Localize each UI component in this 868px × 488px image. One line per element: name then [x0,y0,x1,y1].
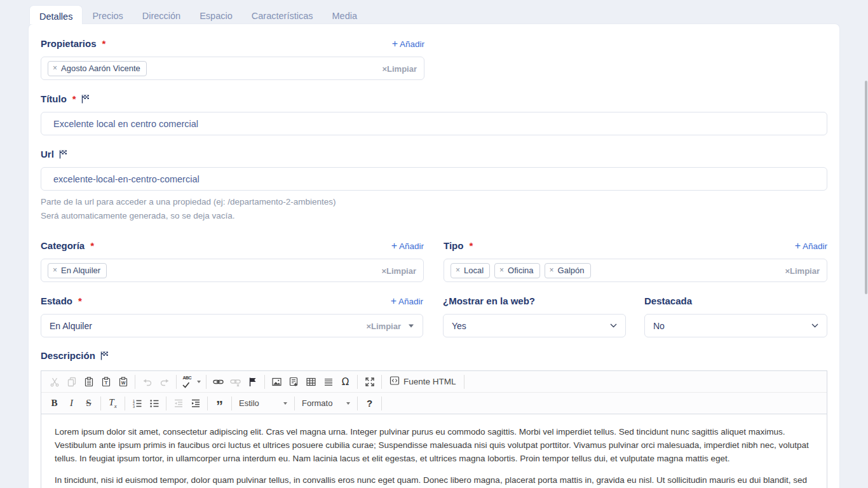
required-asterisk: * [72,93,76,104]
required-asterisk: * [90,240,94,251]
url-label: Url [41,149,67,159]
format-dropdown-label: Formato [302,398,332,408]
propietarios-tag[interactable]: × Agosto Aarón Vicente [48,61,147,76]
style-dropdown[interactable]: Estilo [235,395,291,412]
tipo-tag[interactable]: × Local [451,263,490,278]
form-card: Propietarios* +Añadir × Agosto Aarón Vic… [28,24,840,488]
propietarios-clear-button[interactable]: ×Limpiar [382,64,417,73]
descripcion-label: Descripción [41,350,109,361]
tag-remove-icon[interactable]: × [499,266,504,274]
categoria-tag[interactable]: × En Alquiler [48,263,107,278]
insert-image-button[interactable] [268,374,285,390]
caret-down-icon [409,324,414,327]
tag-label: En Alquiler [61,266,100,275]
tag-remove-icon[interactable]: × [53,266,57,274]
link-button[interactable] [210,374,227,390]
propietarios-select[interactable]: × Agosto Aarón Vicente ×Limpiar [41,57,424,80]
horizontal-line-button[interactable] [320,374,337,390]
estado-add-button[interactable]: +Añadir [391,296,423,306]
translation-flag-icon [100,351,109,360]
tag-remove-icon[interactable]: × [550,266,554,274]
source-button[interactable]: Fuente HTML [385,374,461,390]
indent-button[interactable] [187,395,204,412]
toolbar-separator [166,396,166,410]
close-icon: × [366,321,371,330]
add-label: Añadir [400,39,424,49]
outdent-button[interactable] [170,395,187,412]
redo-button[interactable] [156,374,173,390]
paste-word-icon: W [118,377,128,387]
undo-button[interactable] [139,374,156,390]
tab-caracteristicas[interactable]: Características [242,5,323,24]
svg-text:T: T [104,380,107,386]
estado-select[interactable]: En Alquiler ×Limpiar [41,314,423,337]
translation-flag-icon [81,94,90,104]
template-icon [288,377,299,387]
page-scrollbar-thumb[interactable] [865,81,867,294]
blockquote-button[interactable]: ” [211,395,228,412]
toolbar-separator [231,396,232,410]
close-icon: × [381,266,386,275]
editor-toolbar-row2: B I S Tx 123 ” Estilo [41,393,827,414]
chevron-down-icon [610,323,617,328]
tipo-add-button[interactable]: +Añadir [795,241,827,251]
editor-content[interactable]: Lorem ipsum dolor sit amet, consectetur … [41,414,827,488]
tipo-select[interactable]: × Local × Oficina × Galpón ×Limpiar [444,259,827,282]
tab-media[interactable]: Media [322,5,367,24]
anchor-button[interactable] [244,374,261,390]
remove-format-button[interactable]: Tx [104,395,121,412]
estado-value: En Alquiler [50,321,92,331]
tab-espacio[interactable]: Espacio [190,5,242,24]
spellcheck-button[interactable]: ABC [180,374,203,390]
copy-button[interactable] [63,374,80,390]
tag-remove-icon[interactable]: × [456,266,460,274]
strikethrough-button[interactable]: S [80,395,97,412]
categoria-clear-button[interactable]: ×Limpiar [381,266,416,275]
tipo-label: Tipo* [444,240,473,251]
toolbar-separator [381,396,382,410]
insert-table-button[interactable] [302,374,320,390]
maximize-button[interactable] [361,374,378,390]
about-help-button[interactable]: ? [361,395,378,412]
titulo-input[interactable] [41,112,827,135]
categoria-add-button[interactable]: +Añadir [391,241,424,251]
cut-icon [50,377,60,387]
bulleted-list-button[interactable] [146,395,163,412]
numbered-list-button[interactable]: 123 [128,395,146,412]
outdent-icon [173,398,184,409]
tab-direccion[interactable]: Dirección [133,5,190,24]
mostrar-select[interactable]: Yes [443,314,626,337]
tag-label: Local [464,266,484,275]
estado-clear-button[interactable]: ×Limpiar [366,321,401,330]
cut-button[interactable] [46,374,63,390]
tab-detalles[interactable]: Detalles [29,5,83,24]
paste-from-word-button[interactable]: W [114,374,132,390]
format-dropdown[interactable]: Formato [298,395,354,412]
required-asterisk: * [78,295,82,306]
horizontal-line-icon [323,377,334,387]
svg-text:W: W [121,381,125,385]
tipo-tag[interactable]: × Galpón [545,263,591,278]
special-character-button[interactable]: Ω [337,374,354,390]
categoria-select[interactable]: × En Alquiler ×Limpiar [41,259,424,282]
toolbar-separator [135,375,135,389]
italic-button[interactable]: I [63,395,80,412]
tipo-clear-button[interactable]: ×Limpiar [785,266,820,275]
redo-icon [159,377,170,387]
toolbar-separator [176,375,177,389]
paste-button[interactable] [80,374,97,390]
propietarios-add-button[interactable]: +Añadir [392,39,424,49]
tab-precios[interactable]: Precios [83,5,132,24]
unlink-button[interactable] [227,374,244,390]
tipo-tag[interactable]: × Oficina [494,263,539,278]
url-input[interactable] [41,167,827,191]
unlink-icon [230,377,241,387]
tag-remove-icon[interactable]: × [53,64,57,72]
insert-template-button[interactable] [285,374,302,390]
paste-plain-text-button[interactable]: T [97,374,114,390]
style-dropdown-label: Estilo [239,398,259,408]
copy-icon [67,377,77,387]
plus-icon: + [392,39,398,49]
bold-button[interactable]: B [46,395,63,412]
destacada-select[interactable]: No [644,314,827,337]
